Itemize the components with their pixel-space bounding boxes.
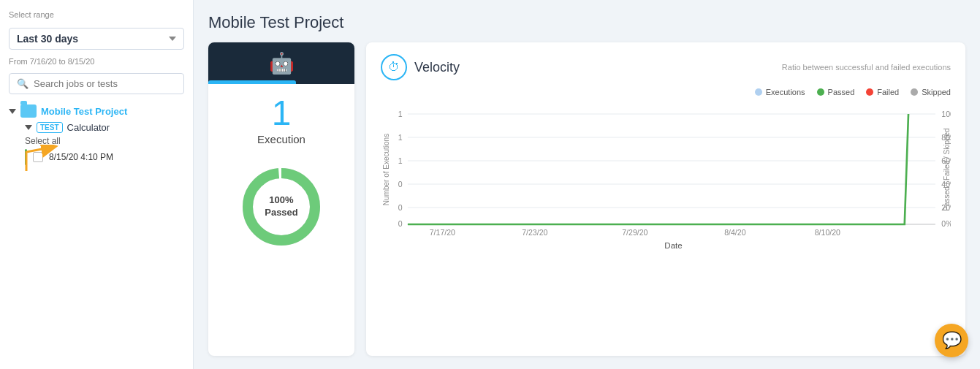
svg-text:Number of Executions: Number of Executions xyxy=(381,134,390,205)
collapse-icon xyxy=(9,109,16,114)
date-range-text: From 7/16/20 to 8/15/20 xyxy=(9,57,184,66)
velocity-chart-svg: 1 1 1 0 0 0 100% 80% 60% 40% 20% 0% xyxy=(381,104,951,250)
svg-text:1: 1 xyxy=(398,110,403,118)
status-bar xyxy=(25,149,27,165)
card-header-tab xyxy=(208,80,296,84)
project-label[interactable]: Mobile Test Project xyxy=(41,106,127,117)
fab-icon: 💬 xyxy=(942,331,962,350)
donut-passed-label: Passed xyxy=(265,207,298,219)
svg-text:1: 1 xyxy=(398,134,403,142)
execution-item[interactable]: 8/15/20 4:10 PM xyxy=(9,149,184,165)
svg-text:0: 0 xyxy=(398,220,403,228)
legend-failed: Failed xyxy=(866,88,899,96)
svg-text:7/23/20: 7/23/20 xyxy=(522,229,547,237)
search-box: 🔍 xyxy=(9,73,184,94)
svg-text:100%: 100% xyxy=(941,110,951,118)
svg-text:Passed / Failed / Skipped: Passed / Failed / Skipped xyxy=(943,128,951,211)
svg-text:1: 1 xyxy=(398,157,403,165)
range-label: Select range xyxy=(9,10,184,19)
select-all[interactable]: Select all xyxy=(9,136,184,146)
sidebar: Select range Last 30 days From 7/16/20 t… xyxy=(0,0,194,369)
donut-chart: 100% Passed xyxy=(238,163,325,251)
folder-icon xyxy=(20,104,37,118)
svg-text:0: 0 xyxy=(398,180,403,189)
sub-collapse-icon xyxy=(25,125,32,130)
legend-executions: Executions xyxy=(755,88,805,96)
velocity-title: Velocity xyxy=(414,60,460,75)
legend-skipped-label: Skipped xyxy=(922,88,951,96)
legend-failed-label: Failed xyxy=(877,88,899,96)
tree-section: Mobile Test Project TEST Calculator Sele… xyxy=(9,102,184,194)
legend-passed-label: Passed xyxy=(828,88,855,96)
main-content: Mobile Test Project 🤖 1 Execution xyxy=(194,0,980,369)
executions-dot xyxy=(755,88,762,96)
execution-number: 1 xyxy=(272,94,292,133)
svg-text:0: 0 xyxy=(398,204,403,212)
legend-skipped: Skipped xyxy=(911,88,951,96)
fab-button[interactable]: 💬 xyxy=(935,324,968,357)
card-header: 🤖 xyxy=(208,42,354,84)
legend-executions-label: Executions xyxy=(766,88,805,96)
legend-passed: Passed xyxy=(817,88,855,96)
test-name[interactable]: Calculator xyxy=(67,122,110,133)
legend-row: Executions Passed Failed Skipped xyxy=(381,88,951,96)
donut-percent: 100% xyxy=(265,194,298,207)
failed-dot xyxy=(866,88,873,96)
test-tree-item[interactable]: TEST Calculator xyxy=(9,122,184,133)
donut-center-text: 100% Passed xyxy=(265,194,298,219)
svg-text:7/17/20: 7/17/20 xyxy=(430,229,455,237)
velocity-title-area: ⏱ Velocity xyxy=(381,54,460,80)
range-selector[interactable]: Last 30 days xyxy=(9,28,184,50)
project-tree-item[interactable]: Mobile Test Project xyxy=(9,104,184,118)
chevron-down-icon xyxy=(169,37,176,41)
exec-checkbox[interactable] xyxy=(33,152,43,162)
page-title: Mobile Test Project xyxy=(208,13,965,32)
svg-text:8/10/20: 8/10/20 xyxy=(815,229,840,237)
chart-area: 1 1 1 0 0 0 100% 80% 60% 40% 20% 0% xyxy=(381,104,951,344)
velocity-icon: ⏱ xyxy=(381,54,407,80)
execution-label: Execution xyxy=(257,133,305,145)
android-icon: 🤖 xyxy=(269,51,295,75)
svg-text:8/4/20: 8/4/20 xyxy=(724,229,746,237)
velocity-card: ⏱ Velocity Ratio between successful and … xyxy=(366,42,965,356)
test-badge: TEST xyxy=(37,122,63,133)
svg-text:Date: Date xyxy=(664,241,682,250)
skipped-dot xyxy=(911,88,918,96)
search-icon: 🔍 xyxy=(17,78,29,89)
svg-text:7/29/20: 7/29/20 xyxy=(622,229,647,237)
arrow-annotation xyxy=(9,168,184,194)
velocity-subtitle: Ratio between successful and failed exec… xyxy=(782,63,951,72)
range-value: Last 30 days xyxy=(17,33,78,45)
search-input[interactable] xyxy=(34,78,176,89)
svg-text:0%: 0% xyxy=(941,220,951,228)
execution-card: 🤖 1 Execution 100% Passed xyxy=(208,42,354,356)
velocity-header: ⏱ Velocity Ratio between successful and … xyxy=(381,54,951,80)
passed-dot xyxy=(817,88,824,96)
exec-date: 8/15/20 4:10 PM xyxy=(49,152,113,162)
cards-row: 🤖 1 Execution 100% Passed xyxy=(208,42,965,356)
